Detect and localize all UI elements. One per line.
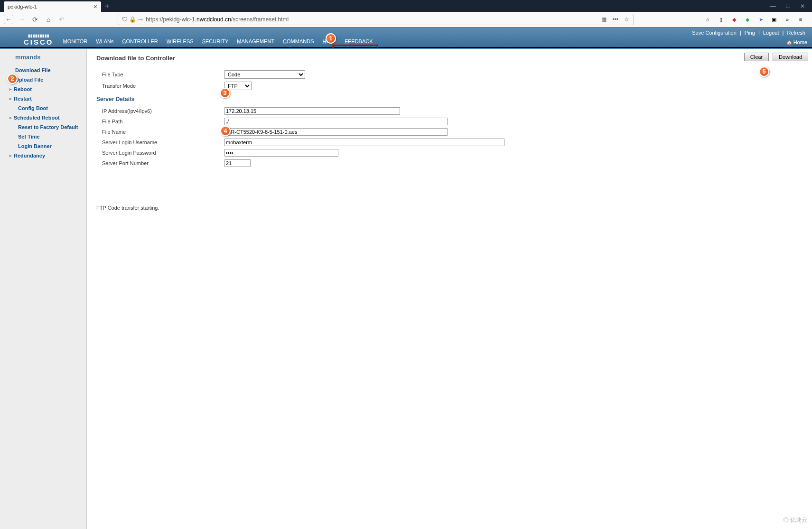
qr-icon[interactable]: ▦ — [601, 16, 607, 23]
section-server-details: Server Details — [96, 96, 803, 102]
maximize-icon[interactable]: ☐ — [785, 3, 791, 9]
annotation-marker-1: 1 — [326, 33, 336, 44]
header-links: Save Configuration | Ping | Logout | Ref… — [690, 30, 807, 36]
browser-tab-bar: pekidg-wlc-1 × + — ☐ ✕ — [0, 0, 812, 12]
nav-controller[interactable]: CONTROLLER — [122, 38, 158, 44]
address-bar: ← → ⟳ ⌂ ↶ 🛡 🔒 ⊸ https://pekidg-wlc-1.nwc… — [0, 12, 812, 28]
overflow-icon[interactable]: » — [784, 17, 791, 22]
lock-icon: 🔒 — [129, 16, 136, 23]
ext-icon-2[interactable]: ◆ — [744, 17, 751, 23]
shield-icon: 🛡 — [122, 16, 128, 23]
label-file-name: File Name — [96, 129, 224, 135]
nav-wlans[interactable]: WLANs — [96, 38, 113, 44]
toolbar-icons: ⌂ ▯ ◆ ◆ ➤ ▣ » ≡ — [704, 17, 808, 23]
input-port[interactable] — [224, 159, 251, 167]
sidebar-icon[interactable]: ▯ — [717, 17, 725, 23]
input-password[interactable] — [224, 149, 338, 157]
cisco-logo: ▮▮▮▮▮▮▮▮▮ CISCO — [24, 34, 54, 46]
forward-button[interactable]: → — [17, 15, 27, 24]
nav-security[interactable]: SECURITY — [202, 38, 229, 44]
window-controls: — ☐ ✕ — [770, 3, 812, 9]
sidebar-item-config-boot[interactable]: Config Boot — [4, 103, 83, 113]
link-ping[interactable]: Ping — [745, 30, 755, 36]
menu-icon[interactable]: ≡ — [797, 17, 804, 22]
input-username[interactable] — [224, 139, 504, 146]
label-password: Server Login Password — [96, 150, 224, 156]
nav-wireless[interactable]: WIRELESS — [167, 38, 194, 44]
annotation-marker-2: 2 — [7, 74, 18, 84]
undo-button[interactable]: ↶ — [57, 15, 66, 24]
nav-feedback[interactable]: FEEDBACK — [345, 38, 373, 44]
sidebar-item-restart[interactable]: Restart — [4, 94, 83, 103]
label-file-path: File Path — [96, 119, 224, 124]
nav-commands[interactable]: COMMANDS — [283, 38, 314, 44]
main-panel: Download file to Controller Clear Downlo… — [87, 49, 812, 529]
ext-icon-1[interactable]: ◆ — [730, 17, 738, 23]
link-refresh[interactable]: Refresh — [787, 30, 805, 36]
clear-button[interactable]: Clear — [744, 53, 769, 61]
url-domain: nwcdcloud.cn — [196, 16, 231, 23]
nav-management[interactable]: MANAGEMENT — [237, 38, 274, 44]
ext-icon-3[interactable]: ➤ — [757, 17, 765, 23]
logo-text: CISCO — [24, 38, 54, 46]
ext-icon-4[interactable]: ▣ — [770, 17, 778, 23]
url-prefix: https://pekidg-wlc-1. — [146, 16, 196, 23]
annotation-marker-4: 4 — [220, 126, 231, 136]
library-icon[interactable]: ⌂ — [704, 17, 711, 22]
sidebar-item-set-time[interactable]: Set Time — [4, 132, 83, 141]
new-tab-button[interactable]: + — [105, 2, 109, 10]
cisco-header: ▮▮▮▮▮▮▮▮▮ CISCO MONITOR WLANs CONTROLLER… — [0, 28, 812, 48]
label-file-type: File Type — [96, 72, 224, 77]
label-username: Server Login Username — [96, 139, 224, 145]
page-title: Download file to Controller — [96, 55, 803, 62]
close-window-icon[interactable]: ✕ — [800, 3, 805, 9]
status-message: FTP Code transfer starting. — [96, 205, 803, 211]
browser-tab[interactable]: pekidg-wlc-1 × — [4, 1, 101, 12]
label-ip: IP Address(Ipv4/Ipv6) — [96, 108, 224, 114]
home-button[interactable]: ⌂ — [44, 15, 53, 24]
url-input[interactable]: 🛡 🔒 ⊸ https://pekidg-wlc-1.nwcdcloud.cn/… — [118, 14, 634, 25]
nav-monitor[interactable]: MONITOR — [63, 38, 88, 44]
annotation-marker-5: 5 — [759, 66, 769, 77]
home-link[interactable]: Home — [786, 39, 807, 45]
link-save-config[interactable]: Save Configuration — [692, 30, 737, 36]
sidebar-title: mmands — [4, 54, 83, 61]
sidebar-item-download-file[interactable]: Download File — [4, 65, 83, 75]
input-file-path[interactable] — [224, 118, 448, 125]
label-port: Server Port Number — [96, 160, 224, 166]
back-button[interactable]: ← — [4, 15, 13, 24]
input-ip[interactable] — [224, 107, 400, 115]
minimize-icon[interactable]: — — [770, 3, 776, 9]
sidebar: mmands Download File Upload File Reboot … — [0, 49, 87, 529]
download-button[interactable]: Download — [773, 53, 808, 61]
select-file-type[interactable]: Code — [224, 70, 305, 79]
sidebar-item-redundancy[interactable]: Redundancy — [4, 151, 83, 160]
sidebar-item-login-banner[interactable]: Login Banner — [4, 141, 83, 151]
reload-button[interactable]: ⟳ — [30, 15, 40, 24]
sidebar-item-scheduled-reboot[interactable]: Scheduled Reboot — [4, 113, 83, 122]
watermark: 亿速云 — [783, 516, 807, 524]
url-path: /screens/frameset.html — [231, 16, 289, 23]
input-file-name[interactable] — [224, 128, 448, 136]
label-transfer-mode: Transfer Mode — [96, 83, 224, 89]
annotation-marker-3: 3 — [220, 88, 230, 98]
bookmark-icon[interactable]: ☆ — [624, 16, 629, 23]
sidebar-item-reset-factory[interactable]: Reset to Factory Default — [4, 122, 83, 132]
more-icon[interactable]: ••• — [612, 16, 618, 23]
tab-close-icon[interactable]: × — [93, 3, 97, 10]
link-logout[interactable]: Logout — [763, 30, 779, 36]
logo-bars-icon: ▮▮▮▮▮▮▮▮▮ — [28, 34, 49, 38]
tab-title: pekidg-wlc-1 — [8, 4, 90, 9]
sidebar-item-reboot[interactable]: Reboot — [4, 84, 83, 94]
